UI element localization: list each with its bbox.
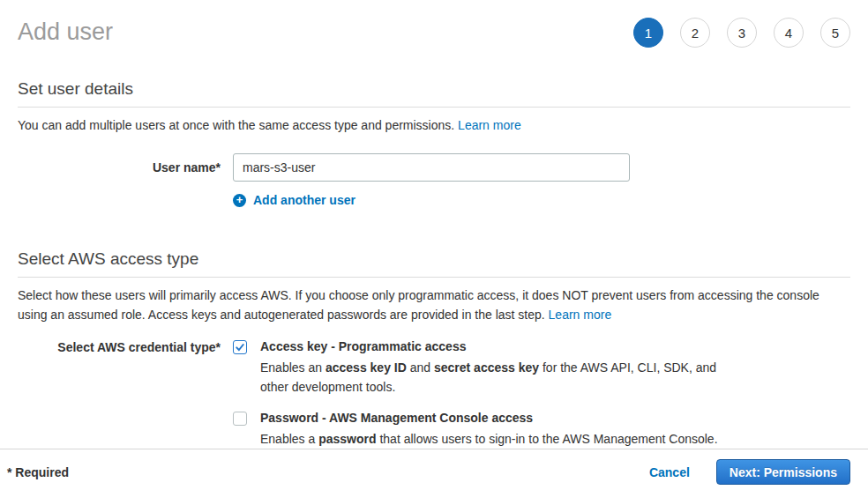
step-circle-4: 4 [774, 18, 804, 48]
user-details-intro-text: You can add multiple users at once with … [18, 118, 458, 132]
section-access-type: Select AWS access type Select how these … [0, 207, 868, 324]
footer-actions: Cancel Next: Permissions [649, 459, 850, 485]
access-key-option-description: Enables an access key ID and secret acce… [260, 358, 741, 397]
plus-circle-icon: + [233, 194, 246, 207]
desc-part-bold: access key ID [326, 360, 407, 375]
credential-type-label: Select AWS credential type* [18, 339, 221, 397]
checkmark-icon [235, 342, 245, 353]
username-form-row: User name* [0, 153, 868, 182]
username-input[interactable] [233, 153, 630, 182]
username-label: User name* [18, 160, 221, 174]
access-key-option: Access key - Programmatic access Enables… [233, 339, 741, 397]
user-details-intro: You can add multiple users at once with … [18, 115, 850, 135]
desc-part-bold: secret access key [434, 360, 539, 375]
user-details-learn-more-link[interactable]: Learn more [458, 118, 521, 132]
access-key-option-title: Access key - Programmatic access [260, 339, 741, 354]
step-circle-3: 3 [727, 18, 757, 48]
password-option-description: Enables a password that allows users to … [260, 429, 718, 449]
cancel-button[interactable]: Cancel [649, 465, 690, 479]
desc-part: Enables an [260, 360, 326, 375]
required-note: * Required [7, 465, 69, 479]
user-details-heading: Set user details [18, 79, 850, 108]
step-circle-1: 1 [633, 18, 663, 48]
step-indicator: 1 2 3 4 5 [633, 18, 850, 48]
label-spacer [18, 411, 233, 449]
access-type-heading: Select AWS access type [18, 249, 850, 278]
access-type-intro: Select how these users will primarily ac… [18, 286, 850, 324]
desc-part: Enables a [260, 432, 318, 446]
password-option: Password - AWS Management Console access… [233, 411, 718, 449]
desc-part: and [407, 360, 434, 375]
access-type-learn-more-link[interactable]: Learn more [549, 308, 612, 322]
password-option-row: Password - AWS Management Console access… [0, 411, 868, 449]
page-title: Add user [18, 14, 113, 49]
step-circle-2: 2 [680, 18, 710, 48]
wizard-footer: * Required Cancel Next: Permissions [0, 449, 868, 490]
credential-type-row: Select AWS credential type* Access key -… [0, 339, 868, 397]
section-user-details: Set user details You can add multiple us… [0, 49, 868, 135]
step-circle-5: 5 [820, 18, 850, 48]
add-another-user-button[interactable]: + Add another user [233, 193, 355, 207]
password-option-title: Password - AWS Management Console access [260, 411, 718, 426]
next-permissions-button[interactable]: Next: Permissions [716, 459, 850, 485]
access-type-intro-text: Select how these users will primarily ac… [18, 288, 819, 322]
desc-part: that allows users to sign-in to the AWS … [377, 432, 718, 446]
add-another-user-label: Add another user [253, 193, 355, 207]
password-option-text: Password - AWS Management Console access… [260, 411, 718, 449]
access-key-option-text: Access key - Programmatic access Enables… [260, 339, 741, 397]
password-checkbox[interactable] [233, 412, 247, 426]
page-header: Add user 1 2 3 4 5 [0, 0, 868, 49]
access-key-checkbox[interactable] [233, 340, 247, 354]
desc-part-bold: password [318, 432, 376, 446]
